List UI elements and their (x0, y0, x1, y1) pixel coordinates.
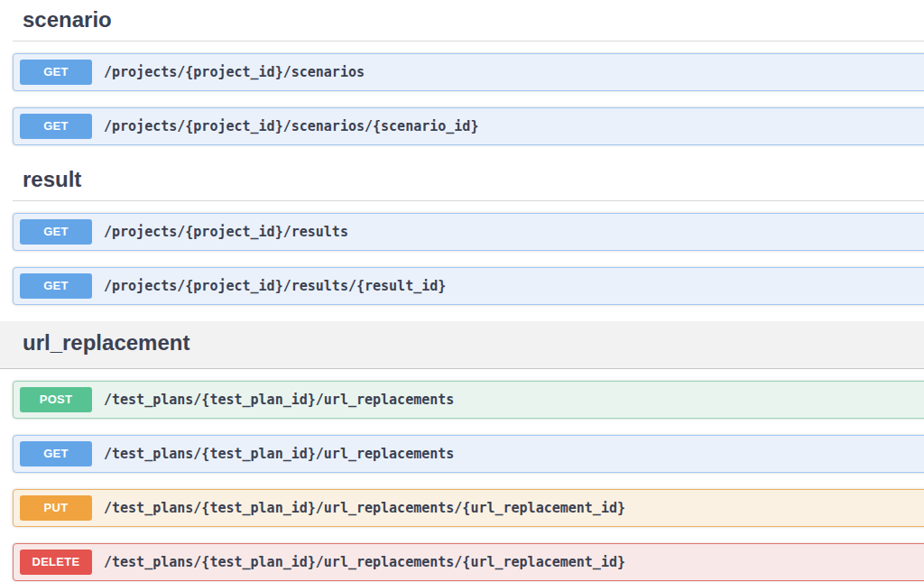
operations-list: GET /projects/{project_id}/results GET /… (0, 201, 924, 305)
method-badge: GET (20, 219, 92, 245)
section-header-url_replacement[interactable]: url_replacement (0, 321, 924, 369)
endpoint-path: /test_plans/{test_plan_id}/url_replaceme… (104, 446, 454, 462)
opblock-post[interactable]: POST /test_plans/{test_plan_id}/url_repl… (13, 381, 924, 419)
api-operations-list: scenario GET /projects/{project_id}/scen… (0, 2, 924, 581)
operations-list: GET /projects/{project_id}/scenarios GET… (0, 42, 924, 145)
opblock-get[interactable]: GET /projects/{project_id}/results (13, 213, 924, 251)
section-header-result[interactable]: result (13, 162, 924, 201)
operations-list: POST /test_plans/{test_plan_id}/url_repl… (0, 369, 924, 581)
endpoint-path: /test_plans/{test_plan_id}/url_replaceme… (104, 554, 625, 570)
opblock-get[interactable]: GET /test_plans/{test_plan_id}/url_repla… (13, 435, 924, 473)
tag-section: result GET /projects/{project_id}/result… (0, 162, 924, 305)
method-badge: DELETE (20, 550, 92, 575)
method-badge: GET (20, 441, 92, 467)
method-badge: GET (20, 273, 92, 299)
opblock-put[interactable]: PUT /test_plans/{test_plan_id}/url_repla… (13, 489, 924, 527)
method-badge: POST (20, 387, 92, 412)
endpoint-path: /test_plans/{test_plan_id}/url_replaceme… (104, 392, 454, 408)
endpoint-path: /projects/{project_id}/results/{result_i… (104, 278, 446, 294)
endpoint-path: /projects/{project_id}/results (104, 224, 348, 240)
opblock-get[interactable]: GET /projects/{project_id}/scenarios (13, 53, 924, 91)
opblock-delete[interactable]: DELETE /test_plans/{test_plan_id}/url_re… (13, 543, 924, 581)
method-badge: GET (20, 114, 92, 139)
method-badge: PUT (20, 495, 92, 521)
method-badge: GET (20, 60, 92, 85)
endpoint-path: /test_plans/{test_plan_id}/url_replaceme… (104, 500, 625, 516)
tag-section: url_replacement POST /test_plans/{test_p… (0, 321, 924, 581)
tag-section: scenario GET /projects/{project_id}/scen… (0, 2, 924, 145)
opblock-get[interactable]: GET /projects/{project_id}/scenarios/{sc… (13, 107, 924, 145)
section-header-scenario[interactable]: scenario (13, 2, 924, 42)
opblock-get[interactable]: GET /projects/{project_id}/results/{resu… (13, 267, 924, 305)
endpoint-path: /projects/{project_id}/scenarios/{scenar… (104, 118, 478, 134)
endpoint-path: /projects/{project_id}/scenarios (104, 64, 365, 80)
